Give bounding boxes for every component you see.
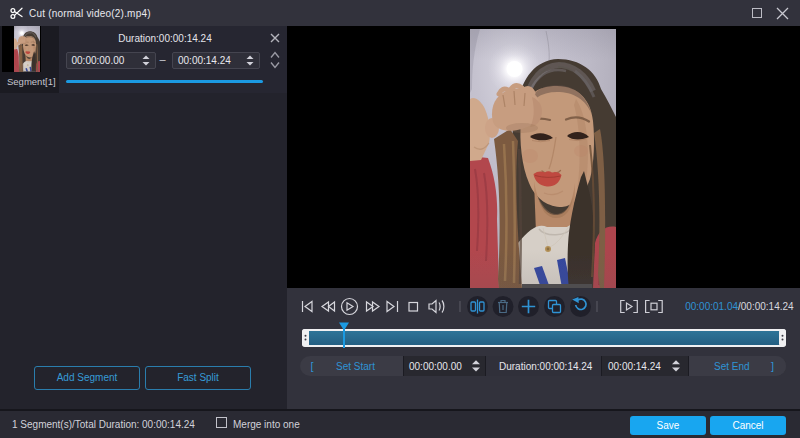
svg-text:00:00:01.04: 00:00:01.04 [685, 301, 738, 312]
svg-text:/00:00:14.24: /00:00:14.24 [738, 301, 794, 312]
